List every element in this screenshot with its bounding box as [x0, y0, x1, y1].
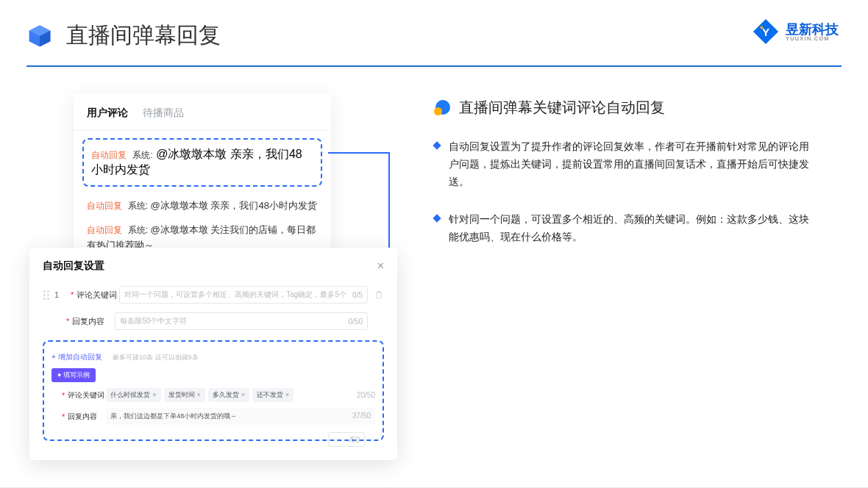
keyword-label: 评论关键词: [77, 290, 119, 301]
system-label: 系统:: [132, 150, 152, 160]
brand-icon: Y: [752, 18, 780, 46]
chip-remove-icon[interactable]: ×: [241, 391, 245, 398]
add-reply-link[interactable]: + 增加自动回复: [51, 353, 102, 361]
chip[interactable]: 发货时间×: [164, 388, 205, 402]
bullet-icon: [434, 100, 450, 116]
paragraph-text: 自动回复设置为了提升作者的评论回复效率，作者可在开播前针对常见的评论用户问题，提…: [449, 138, 817, 190]
placeholder-text: 每条限50个中文字符: [120, 316, 348, 326]
brand-url: YUUXIN.COM: [786, 36, 839, 41]
trash-icon[interactable]: [374, 290, 384, 300]
diamond-bullet-icon: [433, 215, 441, 223]
chip[interactable]: 什么时候发货×: [106, 388, 160, 402]
settings-title: 自动回复设置: [43, 259, 104, 273]
section-head: 直播间弹幕关键词评论自动回复: [434, 98, 817, 118]
placeholder-text: 对同一个问题，可设置多个相近、高频的关键词，Tag确定，最多5个: [124, 290, 352, 300]
content-label: 回复内容: [68, 412, 106, 422]
keyword-chips: 什么时候发货× 发货时间× 多久发货× 还不发货×: [106, 388, 351, 402]
left-column: 用户评论 待播商品 自动回复 系统: @冰墩墩本墩 亲亲，我们48小时内发货 自…: [29, 93, 405, 272]
page-title: 直播间弹幕回复: [66, 21, 221, 51]
cube-icon: [26, 23, 53, 49]
paragraph-text: 针对同一个问题，可设置多个相近的、高频的关键词。例如：这款多少钱、这块能优惠吗、…: [449, 211, 817, 246]
example-keyword-row: * 评论关键词 什么时候发货× 发货时间× 多久发货× 还不发货× 20/50: [51, 388, 375, 402]
page-header: 直播间弹幕回复: [0, 0, 868, 60]
char-counter: 37/50: [352, 412, 371, 421]
required-icon: *: [62, 391, 65, 400]
comments-card: 用户评论 待播商品 自动回复 系统: @冰墩墩本墩 亲亲，我们48小时内发货 自…: [74, 93, 331, 272]
footer-counter: /50: [328, 432, 365, 447]
settings-card: 自动回复设置 × 1 * 评论关键词 对同一个问题，可设置多个相近、高频的关键词…: [29, 248, 397, 460]
section-title: 直播间弹幕关键词评论自动回复: [459, 98, 665, 118]
chip-remove-icon[interactable]: ×: [152, 391, 156, 398]
auto-reply-tag: 自动回复: [91, 150, 127, 160]
content-row: * 回复内容 每条限50个中文字符 0/50: [43, 312, 384, 330]
row-index: 1: [54, 290, 65, 299]
close-icon[interactable]: ×: [377, 259, 384, 273]
char-counter: 0/5: [352, 291, 363, 299]
chip[interactable]: 还不发货×: [252, 388, 294, 402]
right-column: 直播间弹幕关键词评论自动回复 自动回复设置为了提升作者的评论回复效率，作者可在开…: [405, 93, 817, 272]
example-content-row: * 回复内容 亲，我们这边都是下单48小时内发货的哦～ 37/50: [51, 408, 375, 425]
brand-logo: Y 昱新科技 YUUXIN.COM: [752, 18, 839, 46]
diamond-bullet-icon: [433, 141, 441, 149]
system-label: 系统:: [128, 225, 148, 235]
content-value: 亲，我们这边都是下单48小时内发货的哦～: [110, 412, 352, 421]
keyword-label: 评论关键词: [68, 390, 106, 401]
brand-name: 昱新科技: [786, 23, 839, 36]
comment-item: 自动回复 系统: @冰墩墩本墩 亲亲，我们48小时内发货: [74, 191, 331, 215]
highlighted-comment: 自动回复 系统: @冰墩墩本墩 亲亲，我们48小时内发货: [82, 138, 322, 187]
svg-text:Y: Y: [762, 26, 769, 38]
add-note: 最多可建10条 还可以创建9条: [113, 354, 199, 361]
paragraph: 针对同一个问题，可设置多个相近的、高频的关键词。例如：这款多少钱、这块能优惠吗、…: [434, 211, 817, 246]
comment-text: @冰墩墩本墩 亲亲，我们48小时内发货: [151, 200, 317, 211]
required-icon: *: [66, 317, 69, 326]
example-pill: ● 填写示例: [51, 368, 96, 382]
auto-reply-tag: 自动回复: [87, 201, 122, 211]
char-counter: 0/50: [349, 317, 363, 326]
auto-reply-tag: 自动回复: [87, 225, 122, 235]
content-label: 回复内容: [72, 316, 115, 327]
chip-remove-icon[interactable]: ×: [285, 391, 289, 398]
required-icon: *: [71, 290, 74, 299]
connector-line: [328, 152, 388, 154]
example-section: + 增加自动回复 最多可建10条 还可以创建9条 ● 填写示例 * 评论关键词 …: [43, 340, 384, 441]
keyword-input[interactable]: 对同一个问题，可设置多个相近、高频的关键词，Tag确定，最多5个 0/5: [119, 286, 368, 304]
char-counter: 20/50: [357, 391, 375, 399]
keyword-row: 1 * 评论关键词 对同一个问题，可设置多个相近、高频的关键词，Tag确定，最多…: [43, 286, 384, 304]
chip[interactable]: 多久发货×: [208, 388, 249, 402]
chip-remove-icon[interactable]: ×: [197, 391, 201, 398]
drag-handle-icon[interactable]: [43, 290, 50, 300]
tab-user-comments[interactable]: 用户评论: [87, 107, 128, 120]
required-icon: *: [62, 412, 65, 421]
paragraph: 自动回复设置为了提升作者的评论回复效率，作者可在开播前针对常见的评论用户问题，提…: [434, 138, 817, 190]
example-content-input[interactable]: 亲，我们这边都是下单48小时内发货的哦～ 37/50: [106, 408, 375, 425]
content-input[interactable]: 每条限50个中文字符 0/50: [115, 312, 368, 330]
tab-pending-goods[interactable]: 待播商品: [143, 107, 184, 120]
system-label: 系统:: [128, 201, 148, 211]
svg-point-5: [760, 26, 763, 29]
